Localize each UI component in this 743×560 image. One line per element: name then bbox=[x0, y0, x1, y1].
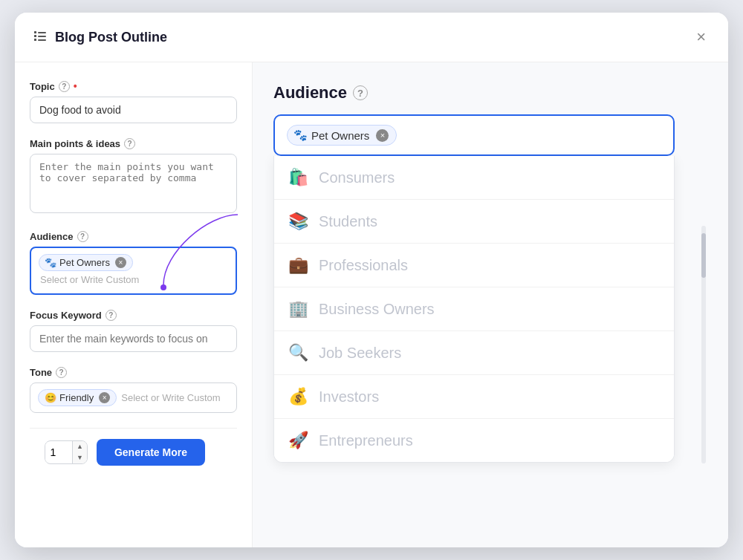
stepper-buttons: ▲ ▼ bbox=[72, 441, 87, 463]
tone-field-group: Tone ? 😊 Friendly × Select or Write Cust… bbox=[30, 367, 237, 413]
item-label-2: Professionals bbox=[319, 257, 408, 274]
focus-keyword-help-icon[interactable]: ? bbox=[106, 310, 117, 321]
item-label-4: Job Seekers bbox=[319, 345, 401, 362]
audience-tag-icon: 🐾 bbox=[45, 257, 56, 268]
number-input-wrap: ▲ ▼ bbox=[45, 440, 88, 464]
audience-dropdown-list: 🛍️ Consumers 📚 Students 💼 Professionals … bbox=[273, 156, 675, 463]
required-dot: • bbox=[74, 80, 77, 92]
audience-tag-remove[interactable]: × bbox=[115, 257, 126, 268]
topic-input[interactable] bbox=[30, 97, 237, 123]
stepper-up[interactable]: ▲ bbox=[73, 441, 87, 452]
tone-tag-icon: 😊 bbox=[45, 392, 56, 403]
main-points-field-group: Main points & ideas ? bbox=[30, 138, 237, 216]
dropdown-item[interactable]: 🛍️ Consumers bbox=[274, 156, 674, 200]
search-tag-icon: 🐾 bbox=[293, 128, 308, 142]
search-tag: 🐾 Pet Owners × bbox=[287, 125, 397, 146]
right-panel: Audience ? 🐾 Pet Owners × 🛍️ Consumers 📚… bbox=[253, 62, 728, 547]
audience-tag-text: Pet Owners bbox=[59, 257, 110, 268]
tone-label: Tone ? bbox=[30, 367, 237, 378]
search-tag-text: Pet Owners bbox=[311, 129, 369, 142]
topic-field-group: Topic ? • bbox=[30, 80, 237, 123]
tone-tag-text: Friendly bbox=[59, 392, 94, 403]
svg-rect-4 bbox=[34, 39, 36, 41]
focus-keyword-field-group: Focus Keyword ? bbox=[30, 310, 237, 352]
audience-dropdown-help-icon[interactable]: ? bbox=[353, 85, 368, 100]
scrollbar-track bbox=[701, 226, 706, 463]
dropdown-item[interactable]: 📚 Students bbox=[274, 200, 674, 244]
svg-rect-5 bbox=[38, 39, 46, 41]
scrollbar-thumb[interactable] bbox=[701, 233, 706, 278]
focus-keyword-label: Focus Keyword ? bbox=[30, 310, 237, 321]
dropdown-item[interactable]: 🔍 Job Seekers bbox=[274, 331, 674, 375]
item-emoji-6: 🚀 bbox=[288, 431, 308, 450]
item-emoji-1: 📚 bbox=[288, 212, 308, 231]
item-emoji-2: 💼 bbox=[288, 255, 308, 275]
tone-tag-remove[interactable]: × bbox=[99, 392, 110, 403]
svg-rect-0 bbox=[34, 31, 36, 33]
main-points-label: Main points & ideas ? bbox=[30, 138, 237, 149]
topic-help-icon[interactable]: ? bbox=[59, 81, 70, 92]
audience-tag: 🐾 Pet Owners × bbox=[39, 254, 133, 271]
topic-label: Topic ? • bbox=[30, 80, 237, 92]
stepper-down[interactable]: ▼ bbox=[73, 452, 87, 463]
number-input[interactable] bbox=[45, 442, 72, 463]
left-panel: Topic ? • Main points & ideas ? Audience… bbox=[15, 62, 253, 547]
audience-placeholder: Select or Write Custom bbox=[39, 274, 228, 285]
item-label-5: Investors bbox=[319, 388, 379, 406]
svg-rect-3 bbox=[38, 36, 46, 37]
main-points-help-icon[interactable]: ? bbox=[124, 138, 135, 149]
svg-rect-2 bbox=[34, 35, 36, 37]
modal: Blog Post Outline × Topic ? • bbox=[15, 13, 728, 547]
item-emoji-3: 🏢 bbox=[288, 299, 308, 319]
tone-field[interactable]: 😊 Friendly × Select or Write Custom bbox=[30, 382, 237, 413]
dropdown-item[interactable]: 💰 Investors bbox=[274, 375, 674, 419]
tone-tag: 😊 Friendly × bbox=[38, 389, 117, 406]
item-emoji-0: 🛍️ bbox=[288, 168, 308, 187]
item-emoji-5: 💰 bbox=[288, 387, 308, 406]
tone-placeholder: Select or Write Custom bbox=[121, 392, 220, 403]
bottom-bar: ▲ ▼ Generate More bbox=[30, 428, 237, 476]
svg-rect-1 bbox=[38, 32, 46, 33]
search-tag-remove[interactable]: × bbox=[376, 129, 389, 142]
item-emoji-4: 🔍 bbox=[288, 343, 308, 362]
modal-header: Blog Post Outline × bbox=[15, 13, 728, 62]
dropdown-item[interactable]: 🏢 Business Owners bbox=[274, 287, 674, 331]
audience-field-group: Audience ? 🐾 Pet Owners × Select or Writ… bbox=[30, 231, 237, 295]
dropdown-item[interactable]: 💼 Professionals bbox=[274, 244, 674, 287]
audience-search-box[interactable]: 🐾 Pet Owners × bbox=[273, 114, 675, 156]
main-points-input[interactable] bbox=[30, 154, 237, 213]
close-button[interactable]: × bbox=[692, 26, 710, 48]
focus-keyword-input[interactable] bbox=[30, 325, 237, 352]
modal-title: Blog Post Outline bbox=[55, 30, 167, 45]
modal-body: Topic ? • Main points & ideas ? Audience… bbox=[15, 62, 728, 547]
audience-field[interactable]: 🐾 Pet Owners × Select or Write Custom bbox=[30, 247, 237, 295]
dropdown-item[interactable]: 🚀 Entrepreneurs bbox=[274, 419, 674, 462]
audience-dropdown-title: Audience ? bbox=[273, 83, 707, 102]
tone-help-icon[interactable]: ? bbox=[56, 367, 67, 378]
audience-label: Audience ? bbox=[30, 231, 237, 242]
audience-tag-row: 🐾 Pet Owners × bbox=[39, 254, 228, 271]
item-label-0: Consumers bbox=[319, 169, 395, 186]
item-label-3: Business Owners bbox=[319, 301, 435, 318]
list-icon bbox=[33, 28, 48, 46]
item-label-1: Students bbox=[319, 213, 377, 230]
item-label-6: Entrepreneurs bbox=[319, 432, 413, 449]
audience-help-icon[interactable]: ? bbox=[77, 231, 88, 242]
generate-button[interactable]: Generate More bbox=[97, 439, 205, 466]
